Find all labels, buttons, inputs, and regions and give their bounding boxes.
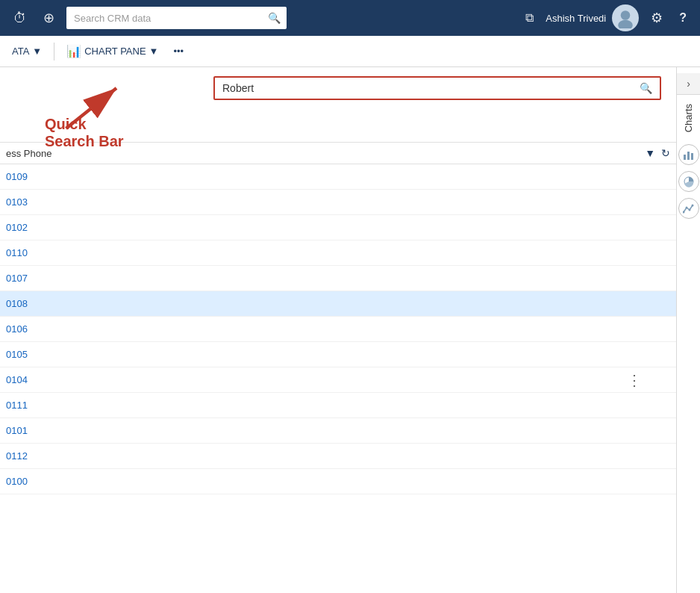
data-dropdown-icon: ▼	[32, 46, 42, 57]
phone-value: 0102	[6, 222, 28, 233]
phone-value: 0103	[6, 196, 28, 208]
svg-rect-6	[691, 153, 693, 160]
table-row[interactable]: 0109	[0, 164, 676, 190]
navigate-icon-button[interactable]: ⧉	[521, 8, 538, 28]
phone-value: 0108	[6, 298, 28, 309]
add-icon: ⊕	[43, 10, 54, 26]
help-button[interactable]: ?	[675, 8, 691, 28]
quick-search-box: 🔍	[213, 76, 661, 100]
svg-rect-5	[687, 152, 690, 160]
phone-value: 0107	[6, 273, 28, 284]
history-button[interactable]: ⏱	[9, 7, 31, 29]
phone-value: 0101	[6, 425, 28, 436]
search-icon: 🔍	[640, 82, 652, 94]
svg-rect-4	[684, 155, 686, 160]
search-bar-area: 🔍 Quick Search Bar	[0, 67, 676, 142]
top-navbar: ⏱ ⊕ 🔍 ⧉ Ashish Trivedi ⚙ ?	[0, 0, 700, 36]
collapse-button[interactable]: ›	[677, 73, 700, 95]
quick-search-input[interactable]	[215, 78, 632, 99]
phone-value: 0109	[6, 171, 28, 182]
global-search-container: 🔍	[66, 7, 287, 29]
table-row[interactable]: 0101	[0, 418, 676, 444]
charts-tab-label[interactable]: Charts	[683, 98, 694, 138]
global-search-input[interactable]	[66, 7, 287, 29]
phone-value: 0100	[6, 476, 28, 487]
phone-value: 0106	[6, 323, 28, 335]
chart-pane-dropdown-icon: ▼	[149, 46, 159, 57]
quick-search-button[interactable]: 🔍	[632, 78, 660, 99]
more-label: •••	[173, 46, 184, 57]
toolbar: ATA ▼ 📊 CHART PANE ▼ •••	[0, 36, 700, 67]
pie-chart-icon-button[interactable]	[678, 171, 699, 192]
table-row[interactable]: 0103	[0, 190, 676, 215]
quick-search-label: Quick Search Bar	[45, 116, 134, 150]
phone-value: 0112	[6, 450, 28, 462]
table-row[interactable]: 0110	[0, 240, 676, 266]
row-more-icon[interactable]: ⋮	[627, 371, 643, 389]
table-row[interactable]: 0102	[0, 215, 676, 240]
content-area: 🔍 Quick Search Bar	[0, 67, 676, 593]
bar-chart-icon-button[interactable]	[678, 144, 699, 165]
history-icon: ⏱	[13, 10, 27, 26]
toolbar-separator-1	[54, 43, 54, 60]
right-panel: › Charts	[676, 67, 700, 593]
chart-pane-button[interactable]: 📊 CHART PANE ▼	[60, 41, 164, 61]
table-row[interactable]: 0100	[0, 469, 676, 494]
main-area: 🔍 Quick Search Bar	[0, 67, 700, 593]
refresh-icon[interactable]: ↻	[661, 147, 670, 159]
svg-point-9	[685, 207, 687, 209]
user-section: Ashish Trivedi	[546, 4, 639, 31]
table-row[interactable]: 0105	[0, 342, 676, 367]
add-button[interactable]: ⊕	[39, 7, 59, 29]
svg-point-11	[691, 205, 693, 207]
settings-icon: ⚙	[651, 10, 663, 26]
user-name: Ashish Trivedi	[546, 13, 606, 24]
table-row[interactable]: 0106	[0, 317, 676, 342]
svg-point-0	[621, 10, 631, 20]
settings-button[interactable]: ⚙	[646, 7, 667, 29]
table-row[interactable]: 0108	[0, 291, 676, 317]
table-row[interactable]: 0107	[0, 266, 676, 291]
help-icon: ?	[679, 11, 687, 25]
table-row[interactable]: 0104 ⋮	[0, 367, 676, 393]
table-row[interactable]: 0112	[0, 444, 676, 469]
chart-pane-icon: 📊	[66, 44, 81, 58]
table-body: 0109 0103 0102 0110 0107 0108 0106 0105	[0, 164, 676, 593]
line-chart-icon-button[interactable]	[678, 198, 699, 219]
chart-pane-label: CHART PANE	[84, 46, 146, 57]
data-label: ATA	[12, 46, 29, 57]
phone-value: 0104	[6, 374, 28, 385]
svg-point-1	[618, 20, 633, 28]
table-actions: ▼ ↻	[645, 147, 670, 159]
filter-icon[interactable]: ▼	[645, 147, 655, 159]
navigate-icon: ⧉	[525, 11, 534, 25]
more-button[interactable]: •••	[167, 43, 190, 60]
phone-value: 0110	[6, 247, 28, 258]
data-menu-button[interactable]: ATA ▼	[6, 43, 48, 60]
table-row[interactable]: 0111	[0, 393, 676, 418]
avatar	[612, 4, 639, 31]
annotation-container: Quick Search Bar	[45, 75, 134, 145]
svg-point-10	[688, 209, 690, 211]
phone-value: 0105	[6, 349, 28, 360]
phone-value: 0111	[6, 400, 28, 411]
